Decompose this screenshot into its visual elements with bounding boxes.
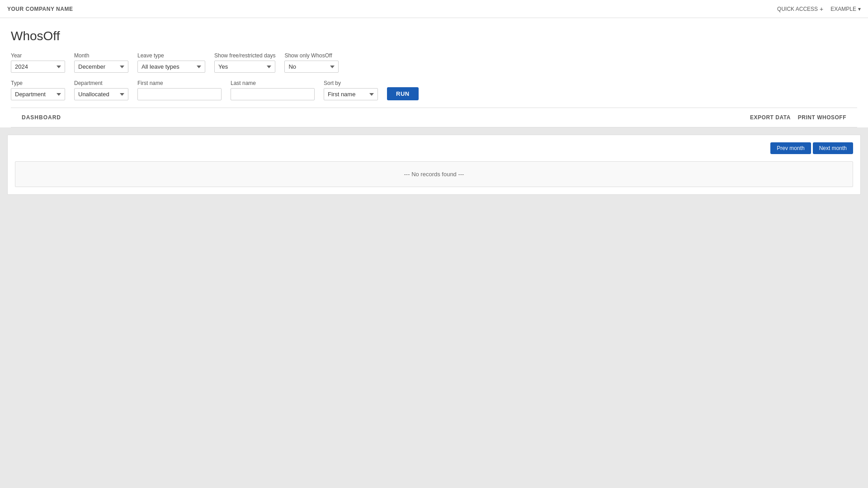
- sort-by-select[interactable]: First name Last name Department: [324, 88, 378, 100]
- year-select[interactable]: 2022 2023 2024 2025: [11, 61, 65, 73]
- leave-type-label: Leave type: [137, 52, 205, 59]
- company-name: YOUR COMPANY NAME: [7, 6, 73, 12]
- first-name-input[interactable]: [137, 88, 222, 100]
- type-filter-group: Type Department Individual: [11, 80, 65, 100]
- next-month-button[interactable]: Next month: [813, 142, 853, 154]
- filter-row-2: Type Department Individual Department Un…: [11, 80, 857, 100]
- sub-nav-actions: EXPORT DATA PRINT WHOSOFF: [750, 114, 846, 121]
- year-filter-group: Year 2022 2023 2024 2025: [11, 52, 65, 73]
- department-label: Department: [74, 80, 128, 86]
- quick-access-button[interactable]: QUICK ACCESS +: [777, 5, 823, 13]
- page-title: WhosOff: [11, 29, 857, 43]
- report-card: Prev month Next month --- No records fou…: [7, 135, 861, 195]
- prev-month-button[interactable]: Prev month: [770, 142, 811, 154]
- leave-type-filter-group: Leave type All leave types Annual Leave …: [137, 52, 205, 73]
- first-name-filter-group: First name: [137, 80, 222, 100]
- quick-access-label: QUICK ACCESS: [777, 6, 818, 12]
- main-content: WhosOff Year 2022 2023 2024 2025 Month J…: [0, 18, 868, 127]
- sub-navigation: DASHBOARD EXPORT DATA PRINT WHOSOFF: [11, 108, 857, 127]
- first-name-label: First name: [137, 80, 222, 86]
- sort-by-filter-group: Sort by First name Last name Department: [324, 80, 378, 100]
- example-menu-button[interactable]: EXAMPLE ▾: [830, 6, 861, 12]
- department-filter-group: Department Unallocated HR Engineering Sa…: [74, 80, 128, 100]
- top-navigation: YOUR COMPANY NAME QUICK ACCESS + EXAMPLE…: [0, 0, 868, 18]
- show-only-whosoff-filter-group: Show only WhosOff Yes No: [284, 52, 339, 73]
- show-free-restricted-filter-group: Show free/restricted days Yes No: [214, 52, 275, 73]
- export-data-link[interactable]: EXPORT DATA: [750, 114, 791, 121]
- last-name-filter-group: Last name: [231, 80, 315, 100]
- show-free-restricted-select[interactable]: Yes No: [214, 61, 275, 73]
- top-nav-right: QUICK ACCESS + EXAMPLE ▾: [777, 5, 861, 13]
- report-card-header: Prev month Next month: [15, 142, 853, 154]
- filter-row-1: Year 2022 2023 2024 2025 Month JanuaryFe…: [11, 52, 857, 73]
- type-label: Type: [11, 80, 65, 86]
- run-button[interactable]: RUN: [387, 87, 419, 100]
- month-select[interactable]: JanuaryFebruaryMarch AprilMayJune JulyAu…: [74, 61, 128, 73]
- quick-access-plus-icon: +: [820, 5, 823, 13]
- leave-type-select[interactable]: All leave types Annual Leave Sick Leave …: [137, 61, 205, 73]
- year-label: Year: [11, 52, 65, 59]
- no-records-message: --- No records found ---: [15, 161, 853, 187]
- print-whosoff-link[interactable]: PRINT WHOSOFF: [798, 114, 846, 121]
- report-area: Prev month Next month --- No records fou…: [0, 127, 868, 399]
- example-chevron-icon: ▾: [858, 6, 861, 12]
- sort-by-label: Sort by: [324, 80, 378, 86]
- month-filter-group: Month JanuaryFebruaryMarch AprilMayJune …: [74, 52, 128, 73]
- month-navigation: Prev month Next month: [770, 142, 853, 154]
- dashboard-link[interactable]: DASHBOARD: [22, 114, 61, 121]
- show-only-whosoff-select[interactable]: Yes No: [284, 61, 339, 73]
- show-free-restricted-label: Show free/restricted days: [214, 52, 275, 59]
- last-name-input[interactable]: [231, 88, 315, 100]
- last-name-label: Last name: [231, 80, 315, 86]
- example-label: EXAMPLE: [830, 6, 856, 12]
- type-select[interactable]: Department Individual: [11, 88, 65, 100]
- month-label: Month: [74, 52, 128, 59]
- no-records-text: --- No records found ---: [404, 171, 464, 178]
- show-only-whosoff-label: Show only WhosOff: [284, 52, 339, 59]
- department-select[interactable]: Unallocated HR Engineering Sales: [74, 88, 128, 100]
